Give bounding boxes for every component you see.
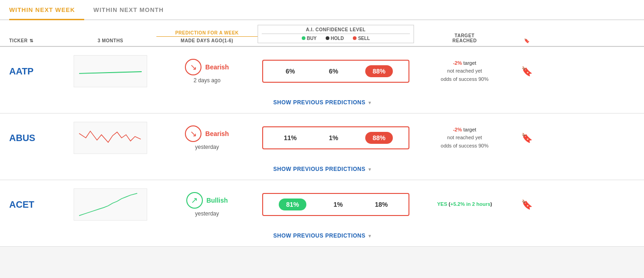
buy-pct-aatp: 6% bbox=[279, 68, 302, 75]
bookmark-icon-aatp[interactable]: 🔖 bbox=[521, 66, 533, 77]
signal-label-acet: Bullish bbox=[207, 197, 228, 204]
chart-aatp bbox=[64, 55, 156, 87]
bearish-icon-abus: ↘ bbox=[185, 125, 201, 142]
stock-section-aatp: AATP ↘ Bearish 2 days ago 6% 6% 88% -2% … bbox=[0, 47, 644, 113]
bookmark-acet[interactable]: 🔖 bbox=[515, 199, 538, 210]
ai-confidence-aatp: 6% 6% 88% bbox=[262, 60, 409, 83]
signal-time-aatp: 2 days ago bbox=[194, 77, 221, 84]
stock-table: TICKER ⇅ 3 MONTHS PREDICTION FOR A WEEK … bbox=[0, 20, 644, 247]
show-prev-aatp[interactable]: SHOW PREVIOUS PREDICTIONS ▾ bbox=[0, 96, 644, 113]
hold-pct-aatp: 6% bbox=[322, 68, 345, 75]
svg-line-0 bbox=[79, 72, 142, 74]
sell-pct-acet: 18% bbox=[370, 201, 393, 208]
target-col-header: TARGETREACHED bbox=[414, 33, 515, 43]
bookmark-aatp[interactable]: 🔖 bbox=[515, 66, 538, 77]
sell-pct-abus: 88% bbox=[365, 132, 393, 144]
hold-pct-acet: 1% bbox=[327, 201, 350, 208]
target-acet: YES (+5.2% in 2 hours) bbox=[414, 200, 515, 209]
ai-confidence-abus: 11% 1% 88% bbox=[262, 126, 409, 149]
tab-month[interactable]: WITHIN NEXT MONTH bbox=[93, 0, 173, 20]
stock-section-abus: ABUS ↘ Bearish yesterday 11% 1% 88% -2% … bbox=[0, 113, 644, 180]
signal-label-aatp: Bearish bbox=[205, 63, 229, 71]
show-prev-acet[interactable]: SHOW PREVIOUS PREDICTIONS ▾ bbox=[0, 229, 644, 246]
bookmark-icon-acet[interactable]: 🔖 bbox=[521, 199, 533, 210]
prediction-col-header: PREDICTION FOR A WEEK MADE DAYS AGO(1-6) bbox=[156, 30, 258, 43]
chevron-icon-acet: ▾ bbox=[368, 233, 371, 238]
signal-label-abus: Bearish bbox=[205, 130, 229, 137]
signal-time-abus: yesterday bbox=[195, 144, 219, 150]
buy-pct-abus: 11% bbox=[279, 134, 302, 142]
ai-confidence-col-header: A.I. CONFIDENCE LEVEL BUY HOLD SELL bbox=[258, 25, 414, 43]
bullish-icon-acet: ↗ bbox=[186, 192, 203, 209]
table-header: TICKER ⇅ 3 MONTHS PREDICTION FOR A WEEK … bbox=[0, 20, 644, 47]
ticker-col-header: TICKER ⇅ bbox=[9, 38, 64, 43]
bookmark-col-header: 🔖 bbox=[515, 38, 538, 43]
table-row: AATP ↘ Bearish 2 days ago 6% 6% 88% -2% … bbox=[0, 47, 644, 96]
bookmark-icon-abus[interactable]: 🔖 bbox=[521, 132, 533, 143]
prediction-aatp: ↘ Bearish 2 days ago bbox=[156, 59, 258, 84]
table-row: ACET ↗ Bullish yesterday 81% 1% 18% bbox=[0, 180, 644, 229]
bookmark-abus[interactable]: 🔖 bbox=[515, 132, 538, 143]
buy-pct-acet: 81% bbox=[279, 199, 306, 210]
ai-confidence-acet: 81% 1% 18% bbox=[262, 193, 409, 216]
chevron-icon-abus: ▾ bbox=[368, 167, 371, 172]
target-abus: -2% target not reached yet odds of succe… bbox=[414, 126, 515, 150]
ticker-abus: ABUS bbox=[9, 133, 64, 143]
ticker-aatp: AATP bbox=[9, 66, 64, 77]
tab-week[interactable]: WITHIN NEXT WEEK bbox=[9, 0, 84, 20]
chevron-icon-aatp: ▾ bbox=[368, 100, 371, 105]
target-aatp: -2% target not reached yet odds of succe… bbox=[414, 59, 515, 84]
show-prev-abus[interactable]: SHOW PREVIOUS PREDICTIONS ▾ bbox=[0, 162, 644, 180]
sell-pct-aatp: 88% bbox=[365, 65, 393, 77]
chart-acet bbox=[64, 188, 156, 221]
prediction-abus: ↘ Bearish yesterday bbox=[156, 125, 258, 150]
hold-pct-abus: 1% bbox=[322, 134, 345, 142]
tab-bar: WITHIN NEXT WEEK WITHIN NEXT MONTH bbox=[0, 0, 644, 20]
target-yes-acet: YES (+5.2% in 2 hours) bbox=[437, 201, 492, 207]
chart-abus bbox=[64, 122, 156, 154]
prediction-acet: ↗ Bullish yesterday bbox=[156, 192, 258, 217]
stock-section-acet: ACET ↗ Bullish yesterday 81% 1% 18% bbox=[0, 180, 644, 247]
ticker-acet: ACET bbox=[9, 199, 64, 210]
table-row: ABUS ↘ Bearish yesterday 11% 1% 88% -2% … bbox=[0, 113, 644, 162]
bearish-icon-aatp: ↘ bbox=[185, 59, 201, 75]
signal-time-acet: yesterday bbox=[195, 210, 219, 217]
months-col-header: 3 MONTHS bbox=[64, 38, 156, 43]
